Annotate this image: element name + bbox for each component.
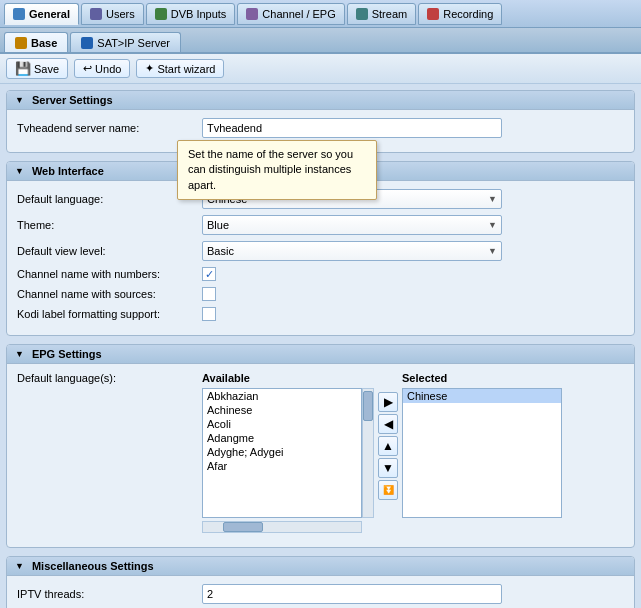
top-nav-bar: General Users DVB Inputs Channel / EPG S… (0, 0, 641, 28)
iptv-threads-label: IPTV threads: (17, 588, 202, 600)
undo-button[interactable]: ↩ Undo (74, 59, 130, 78)
stream-icon (356, 8, 368, 20)
scroll-thumb (363, 391, 373, 421)
available-list[interactable]: Abkhazian Achinese Acoli Adangme Adyghe;… (202, 388, 362, 518)
view-dropdown-arrow: ▼ (488, 246, 497, 256)
kodi-row: Kodi label formatting support: (17, 307, 624, 321)
list-item[interactable]: Abkhazian (203, 389, 361, 403)
channel-numbers-control (202, 267, 624, 281)
misc-settings-header: ▼ Miscellaneous Settings (7, 557, 634, 576)
misc-collapse-arrow: ▼ (15, 561, 24, 571)
nav-tab-stream[interactable]: Stream (347, 3, 416, 25)
iptv-threads-control (202, 584, 624, 604)
list-item[interactable]: Acoli (203, 417, 361, 431)
channel-numbers-row: Channel name with numbers: (17, 267, 624, 281)
sat-icon (81, 37, 93, 49)
theme-dropdown-arrow: ▼ (488, 220, 497, 230)
channel-sources-row: Channel name with sources: (17, 287, 624, 301)
toolbar: 💾 Save ↩ Undo ✦ Start wizard (0, 54, 641, 84)
server-settings-body: Tvheadend server name: Set the name of t… (7, 110, 634, 152)
kodi-checkbox[interactable] (202, 307, 216, 321)
server-settings-section: ▼ Server Settings Tvheadend server name:… (6, 90, 635, 153)
sub-tab-bar: Base SAT>IP Server (0, 28, 641, 54)
epg-collapse-arrow: ▼ (15, 349, 24, 359)
server-name-label: Tvheadend server name: (17, 122, 202, 134)
server-name-row: Tvheadend server name: Set the name of t… (17, 118, 624, 138)
selected-list[interactable]: Chinese (402, 388, 562, 518)
iptv-threads-input[interactable] (202, 584, 502, 604)
channel-sources-control (202, 287, 624, 301)
language-dropdown-arrow: ▼ (488, 194, 497, 204)
epg-transfer-buttons: ▶ ◀ ▲ ▼ ⏬ (378, 372, 398, 500)
collapse-arrow: ▼ (15, 95, 24, 105)
base-icon (15, 37, 27, 49)
available-list-container: Abkhazian Achinese Acoli Adangme Adyghe;… (202, 388, 374, 518)
epg-language-row: Default language(s): Available Abkhazian… (17, 372, 624, 533)
dvb-icon (155, 8, 167, 20)
available-list-wrapper: Available Abkhazian Achinese Acoli Adang… (202, 372, 374, 533)
available-list-scrollbar[interactable] (362, 388, 374, 518)
kodi-label: Kodi label formatting support: (17, 308, 202, 320)
channel-sources-checkbox[interactable] (202, 287, 216, 301)
channel-numbers-checkbox[interactable] (202, 267, 216, 281)
theme-label: Theme: (17, 219, 202, 231)
users-icon (90, 8, 102, 20)
nav-tab-epg[interactable]: Channel / EPG (237, 3, 344, 25)
tab-sat[interactable]: SAT>IP Server (70, 32, 181, 52)
save-icon: 💾 (15, 61, 31, 76)
move-bottom-button[interactable]: ⏬ (378, 480, 398, 500)
tab-base[interactable]: Base (4, 32, 68, 52)
wizard-icon: ✦ (145, 62, 154, 75)
default-language-label: Default language: (17, 193, 202, 205)
theme-control: Blue ▼ (202, 215, 624, 235)
misc-settings-section: ▼ Miscellaneous Settings IPTV threads: P… (6, 556, 635, 608)
available-list-hscroll[interactable] (202, 521, 362, 533)
move-down-button[interactable]: ▼ (378, 458, 398, 478)
list-item[interactable]: Adangme (203, 431, 361, 445)
list-item[interactable]: Adyghe; Adygei (203, 445, 361, 459)
theme-select[interactable]: Blue ▼ (202, 215, 502, 235)
save-button[interactable]: 💾 Save (6, 58, 68, 79)
server-name-control: Set the name of the server so you can di… (202, 118, 624, 138)
epg-language-label: Default language(s): (17, 372, 202, 384)
default-view-control: Basic ▼ (202, 241, 624, 261)
default-view-select[interactable]: Basic ▼ (202, 241, 502, 261)
epg-settings-body: Default language(s): Available Abkhazian… (7, 364, 634, 547)
web-collapse-arrow: ▼ (15, 166, 24, 176)
epg-icon (246, 8, 258, 20)
nav-tab-users[interactable]: Users (81, 3, 144, 25)
channel-sources-label: Channel name with sources: (17, 288, 202, 300)
list-item[interactable]: Chinese (403, 389, 561, 403)
server-settings-header: ▼ Server Settings (7, 91, 634, 110)
epg-dual-list: Available Abkhazian Achinese Acoli Adang… (202, 372, 624, 533)
epg-settings-header: ▼ EPG Settings (7, 345, 634, 364)
default-view-row: Default view level: Basic ▼ (17, 241, 624, 261)
web-interface-body: Default language: Chinese ▼ Theme: Blue … (7, 181, 634, 335)
nav-tab-general[interactable]: General (4, 3, 79, 25)
wizard-button[interactable]: ✦ Start wizard (136, 59, 224, 78)
server-name-input[interactable] (202, 118, 502, 138)
move-left-button[interactable]: ◀ (378, 414, 398, 434)
default-view-label: Default view level: (17, 245, 202, 257)
nav-tab-recording[interactable]: Recording (418, 3, 502, 25)
list-item[interactable]: Achinese (203, 403, 361, 417)
recording-icon (427, 8, 439, 20)
kodi-control (202, 307, 624, 321)
undo-icon: ↩ (83, 62, 92, 75)
misc-settings-body: IPTV threads: Parse HbbTV info: (7, 576, 634, 608)
move-up-button[interactable]: ▲ (378, 436, 398, 456)
epg-language-control: Available Abkhazian Achinese Acoli Adang… (202, 372, 624, 533)
theme-row: Theme: Blue ▼ (17, 215, 624, 235)
channel-numbers-label: Channel name with numbers: (17, 268, 202, 280)
server-name-tooltip: Set the name of the server so you can di… (177, 140, 377, 200)
main-content: ▼ Server Settings Tvheadend server name:… (0, 84, 641, 608)
selected-list-wrapper: Selected Chinese (402, 372, 562, 518)
nav-tab-dvb[interactable]: DVB Inputs (146, 3, 236, 25)
iptv-threads-row: IPTV threads: (17, 584, 624, 604)
list-item[interactable]: Afar (203, 459, 361, 473)
hscroll-thumb (223, 522, 263, 532)
epg-settings-section: ▼ EPG Settings Default language(s): Avai… (6, 344, 635, 548)
move-right-button[interactable]: ▶ (378, 392, 398, 412)
general-icon (13, 8, 25, 20)
